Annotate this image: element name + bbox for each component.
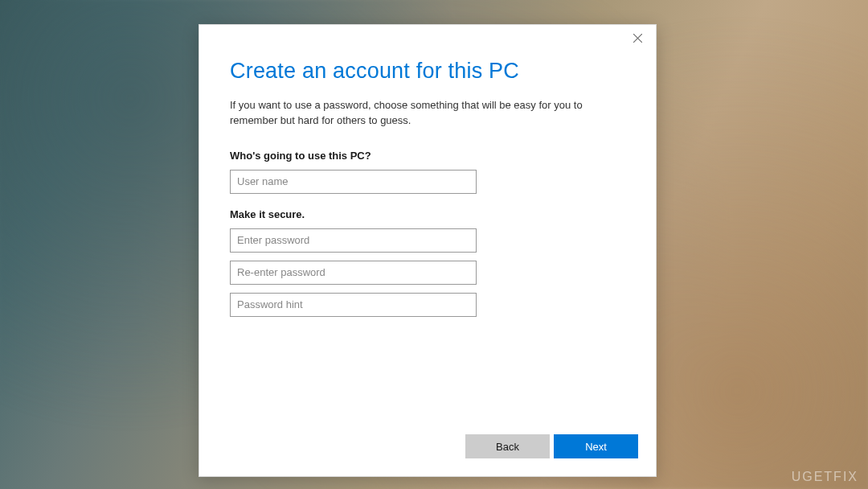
dialog-content: Create an account for this PC If you wan… — [199, 51, 656, 434]
watermark: UGETFIX — [792, 470, 858, 484]
create-account-dialog: Create an account for this PC If you wan… — [199, 24, 657, 477]
password-confirm-input[interactable] — [230, 261, 477, 285]
password-hint-input[interactable] — [230, 293, 477, 317]
password-input[interactable] — [230, 228, 477, 253]
username-input[interactable] — [230, 170, 477, 194]
dialog-footer: Back Next — [199, 434, 656, 476]
titlebar — [199, 25, 656, 51]
close-icon — [633, 34, 642, 43]
dialog-description: If you want to use a password, choose so… — [230, 98, 625, 129]
next-button[interactable]: Next — [554, 434, 638, 458]
close-button[interactable] — [632, 32, 643, 43]
dialog-title: Create an account for this PC — [230, 59, 625, 84]
back-button[interactable]: Back — [465, 434, 550, 458]
username-section-label: Who's going to use this PC? — [230, 150, 625, 162]
password-section-label: Make it secure. — [230, 208, 625, 220]
